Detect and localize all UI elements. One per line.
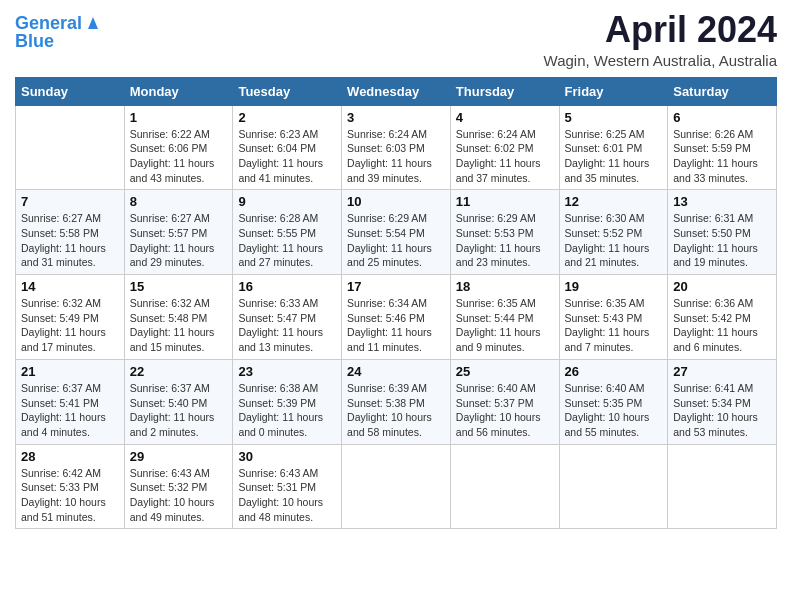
day-info: Sunrise: 6:36 AM Sunset: 5:42 PM Dayligh… xyxy=(673,296,771,355)
day-info: Sunrise: 6:27 AM Sunset: 5:58 PM Dayligh… xyxy=(21,211,119,270)
calendar-cell: 4Sunrise: 6:24 AM Sunset: 6:02 PM Daylig… xyxy=(450,105,559,190)
day-info: Sunrise: 6:31 AM Sunset: 5:50 PM Dayligh… xyxy=(673,211,771,270)
day-number: 30 xyxy=(238,449,336,464)
calendar-cell: 24Sunrise: 6:39 AM Sunset: 5:38 PM Dayli… xyxy=(342,359,451,444)
calendar-cell: 22Sunrise: 6:37 AM Sunset: 5:40 PM Dayli… xyxy=(124,359,233,444)
calendar-cell: 3Sunrise: 6:24 AM Sunset: 6:03 PM Daylig… xyxy=(342,105,451,190)
calendar-cell: 7Sunrise: 6:27 AM Sunset: 5:58 PM Daylig… xyxy=(16,190,125,275)
calendar-cell: 17Sunrise: 6:34 AM Sunset: 5:46 PM Dayli… xyxy=(342,275,451,360)
calendar-cell: 5Sunrise: 6:25 AM Sunset: 6:01 PM Daylig… xyxy=(559,105,668,190)
day-info: Sunrise: 6:25 AM Sunset: 6:01 PM Dayligh… xyxy=(565,127,663,186)
day-number: 24 xyxy=(347,364,445,379)
calendar-cell xyxy=(16,105,125,190)
calendar-week-row: 1Sunrise: 6:22 AM Sunset: 6:06 PM Daylig… xyxy=(16,105,777,190)
calendar-cell: 20Sunrise: 6:36 AM Sunset: 5:42 PM Dayli… xyxy=(668,275,777,360)
calendar-cell: 9Sunrise: 6:28 AM Sunset: 5:55 PM Daylig… xyxy=(233,190,342,275)
logo: General Blue xyxy=(15,14,102,52)
calendar-cell: 19Sunrise: 6:35 AM Sunset: 5:43 PM Dayli… xyxy=(559,275,668,360)
calendar-cell: 26Sunrise: 6:40 AM Sunset: 5:35 PM Dayli… xyxy=(559,359,668,444)
day-number: 20 xyxy=(673,279,771,294)
day-info: Sunrise: 6:40 AM Sunset: 5:37 PM Dayligh… xyxy=(456,381,554,440)
day-header-wednesday: Wednesday xyxy=(342,77,451,105)
calendar-cell: 14Sunrise: 6:32 AM Sunset: 5:49 PM Dayli… xyxy=(16,275,125,360)
day-number: 23 xyxy=(238,364,336,379)
day-info: Sunrise: 6:37 AM Sunset: 5:41 PM Dayligh… xyxy=(21,381,119,440)
day-info: Sunrise: 6:43 AM Sunset: 5:32 PM Dayligh… xyxy=(130,466,228,525)
location-subtitle: Wagin, Western Australia, Australia xyxy=(544,52,777,69)
calendar-cell: 18Sunrise: 6:35 AM Sunset: 5:44 PM Dayli… xyxy=(450,275,559,360)
day-number: 5 xyxy=(565,110,663,125)
calendar-cell: 8Sunrise: 6:27 AM Sunset: 5:57 PM Daylig… xyxy=(124,190,233,275)
day-info: Sunrise: 6:38 AM Sunset: 5:39 PM Dayligh… xyxy=(238,381,336,440)
day-number: 12 xyxy=(565,194,663,209)
day-info: Sunrise: 6:28 AM Sunset: 5:55 PM Dayligh… xyxy=(238,211,336,270)
day-number: 7 xyxy=(21,194,119,209)
logo-triangle-icon xyxy=(84,13,102,31)
day-info: Sunrise: 6:26 AM Sunset: 5:59 PM Dayligh… xyxy=(673,127,771,186)
calendar-week-row: 14Sunrise: 6:32 AM Sunset: 5:49 PM Dayli… xyxy=(16,275,777,360)
day-info: Sunrise: 6:35 AM Sunset: 5:44 PM Dayligh… xyxy=(456,296,554,355)
day-info: Sunrise: 6:27 AM Sunset: 5:57 PM Dayligh… xyxy=(130,211,228,270)
svg-marker-0 xyxy=(88,17,98,29)
calendar-week-row: 21Sunrise: 6:37 AM Sunset: 5:41 PM Dayli… xyxy=(16,359,777,444)
day-info: Sunrise: 6:35 AM Sunset: 5:43 PM Dayligh… xyxy=(565,296,663,355)
day-number: 16 xyxy=(238,279,336,294)
day-info: Sunrise: 6:43 AM Sunset: 5:31 PM Dayligh… xyxy=(238,466,336,525)
day-number: 21 xyxy=(21,364,119,379)
day-number: 8 xyxy=(130,194,228,209)
day-info: Sunrise: 6:40 AM Sunset: 5:35 PM Dayligh… xyxy=(565,381,663,440)
day-number: 15 xyxy=(130,279,228,294)
day-number: 18 xyxy=(456,279,554,294)
calendar-cell: 2Sunrise: 6:23 AM Sunset: 6:04 PM Daylig… xyxy=(233,105,342,190)
day-info: Sunrise: 6:42 AM Sunset: 5:33 PM Dayligh… xyxy=(21,466,119,525)
calendar-cell: 1Sunrise: 6:22 AM Sunset: 6:06 PM Daylig… xyxy=(124,105,233,190)
calendar-week-row: 7Sunrise: 6:27 AM Sunset: 5:58 PM Daylig… xyxy=(16,190,777,275)
day-info: Sunrise: 6:23 AM Sunset: 6:04 PM Dayligh… xyxy=(238,127,336,186)
day-header-monday: Monday xyxy=(124,77,233,105)
calendar-cell: 28Sunrise: 6:42 AM Sunset: 5:33 PM Dayli… xyxy=(16,444,125,529)
day-number: 9 xyxy=(238,194,336,209)
day-info: Sunrise: 6:29 AM Sunset: 5:53 PM Dayligh… xyxy=(456,211,554,270)
day-number: 17 xyxy=(347,279,445,294)
day-info: Sunrise: 6:32 AM Sunset: 5:48 PM Dayligh… xyxy=(130,296,228,355)
title-area: April 2024 Wagin, Western Australia, Aus… xyxy=(544,10,777,69)
day-number: 13 xyxy=(673,194,771,209)
day-number: 2 xyxy=(238,110,336,125)
calendar-cell: 15Sunrise: 6:32 AM Sunset: 5:48 PM Dayli… xyxy=(124,275,233,360)
day-info: Sunrise: 6:37 AM Sunset: 5:40 PM Dayligh… xyxy=(130,381,228,440)
day-number: 29 xyxy=(130,449,228,464)
calendar-cell xyxy=(559,444,668,529)
calendar-header-row: SundayMondayTuesdayWednesdayThursdayFrid… xyxy=(16,77,777,105)
day-number: 22 xyxy=(130,364,228,379)
calendar-cell: 11Sunrise: 6:29 AM Sunset: 5:53 PM Dayli… xyxy=(450,190,559,275)
day-header-tuesday: Tuesday xyxy=(233,77,342,105)
day-header-sunday: Sunday xyxy=(16,77,125,105)
calendar-cell: 16Sunrise: 6:33 AM Sunset: 5:47 PM Dayli… xyxy=(233,275,342,360)
calendar-cell: 12Sunrise: 6:30 AM Sunset: 5:52 PM Dayli… xyxy=(559,190,668,275)
day-info: Sunrise: 6:30 AM Sunset: 5:52 PM Dayligh… xyxy=(565,211,663,270)
calendar-cell: 6Sunrise: 6:26 AM Sunset: 5:59 PM Daylig… xyxy=(668,105,777,190)
day-number: 25 xyxy=(456,364,554,379)
day-header-thursday: Thursday xyxy=(450,77,559,105)
calendar-week-row: 28Sunrise: 6:42 AM Sunset: 5:33 PM Dayli… xyxy=(16,444,777,529)
day-info: Sunrise: 6:22 AM Sunset: 6:06 PM Dayligh… xyxy=(130,127,228,186)
day-info: Sunrise: 6:33 AM Sunset: 5:47 PM Dayligh… xyxy=(238,296,336,355)
day-header-friday: Friday xyxy=(559,77,668,105)
day-info: Sunrise: 6:39 AM Sunset: 5:38 PM Dayligh… xyxy=(347,381,445,440)
day-info: Sunrise: 6:24 AM Sunset: 6:03 PM Dayligh… xyxy=(347,127,445,186)
day-header-saturday: Saturday xyxy=(668,77,777,105)
day-number: 10 xyxy=(347,194,445,209)
month-title: April 2024 xyxy=(544,10,777,50)
day-info: Sunrise: 6:34 AM Sunset: 5:46 PM Dayligh… xyxy=(347,296,445,355)
day-number: 4 xyxy=(456,110,554,125)
calendar-cell: 30Sunrise: 6:43 AM Sunset: 5:31 PM Dayli… xyxy=(233,444,342,529)
calendar-table: SundayMondayTuesdayWednesdayThursdayFrid… xyxy=(15,77,777,530)
calendar-cell xyxy=(668,444,777,529)
day-info: Sunrise: 6:24 AM Sunset: 6:02 PM Dayligh… xyxy=(456,127,554,186)
day-info: Sunrise: 6:41 AM Sunset: 5:34 PM Dayligh… xyxy=(673,381,771,440)
calendar-cell: 25Sunrise: 6:40 AM Sunset: 5:37 PM Dayli… xyxy=(450,359,559,444)
day-number: 1 xyxy=(130,110,228,125)
day-number: 6 xyxy=(673,110,771,125)
calendar-cell xyxy=(450,444,559,529)
calendar-cell: 23Sunrise: 6:38 AM Sunset: 5:39 PM Dayli… xyxy=(233,359,342,444)
